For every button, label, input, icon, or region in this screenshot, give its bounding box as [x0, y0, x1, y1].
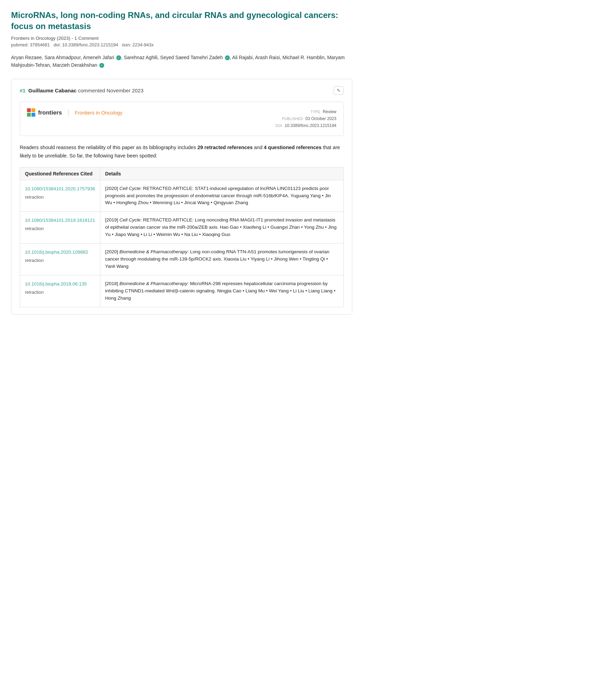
- ref-doi-cell[interactable]: 10.1080/15384101.2019.1618121 retraction: [20, 212, 100, 244]
- svg-rect-2: [27, 113, 31, 117]
- comment-header: #1 Guillaume Cabanac commented November …: [20, 86, 344, 95]
- published-label: PUBLISHED: [282, 117, 303, 121]
- comment-action: commented: [78, 88, 107, 93]
- doi-label: DOI: [276, 124, 282, 128]
- questioned-count: 4 questioned references: [264, 145, 321, 150]
- authors-block: Aryan Rezaee, Sara Ahmadpour, Ameneh Jaf…: [11, 54, 352, 69]
- ref-type: retraction: [25, 194, 95, 201]
- ref-detail-cell: [2020] Cell Cycle: RETRACTED ARTICLE: ST…: [100, 180, 343, 212]
- article-doi: 10.3389/fonc.2023.1215194: [62, 42, 118, 47]
- article-journal-meta: Frontiers in Oncology (2023) - 1 Comment: [11, 36, 352, 41]
- comment-number: #1: [20, 88, 26, 93]
- ref-detail-cell: [2018] Biomedicine & Pharmacotherapy: Mi…: [100, 275, 343, 307]
- type-value: Review: [323, 109, 336, 114]
- comment-date: November 2023: [107, 88, 144, 93]
- verified-icon-derakhshan: ✓: [99, 63, 104, 68]
- ref-doi-link[interactable]: 10.1080/15384101.2020.1757936: [25, 186, 95, 191]
- comment-header-left: #1 Guillaume Cabanac commented November …: [20, 88, 144, 93]
- svg-rect-0: [27, 108, 31, 112]
- table-header-row: Questioned References Cited Details: [20, 167, 344, 180]
- authors-text: Aryan Rezaee, Sara Ahmadpour, Ameneh Jaf…: [11, 55, 345, 68]
- journal-branding: frontiers Frontiers in Oncology: [27, 108, 123, 117]
- journal-type-row: TYPE Review: [276, 108, 336, 115]
- journal-published-row: PUBLISHED 03 October 2023: [276, 115, 336, 122]
- references-table: Questioned References Cited Details 10.1…: [20, 167, 344, 307]
- frontiers-logo-svg: [27, 108, 36, 117]
- ref-doi-link[interactable]: 10.1016/j.biopha.2020.109882: [25, 249, 88, 255]
- col2-header: Details: [100, 167, 343, 180]
- table-row: 10.1016/j.biopha.2018.06.135 retraction …: [20, 275, 344, 307]
- article-comment-count: 1 Comment: [74, 36, 99, 41]
- retracted-count: 29 retracted references: [197, 145, 253, 150]
- edit-button[interactable]: ✎: [334, 86, 344, 95]
- svg-rect-1: [31, 108, 35, 112]
- journal-meta: TYPE Review PUBLISHED 03 October 2023 DO…: [276, 108, 336, 129]
- journal-name: Frontiers in Oncology: [75, 110, 123, 116]
- frontiers-logo: frontiers: [27, 108, 62, 117]
- frontiers-wordmark: frontiers: [38, 109, 62, 116]
- ref-type: retraction: [25, 257, 95, 264]
- published-value: 03 October 2023: [306, 116, 336, 121]
- frontiers-logo-icon: [27, 108, 36, 117]
- comment-box: #1 Guillaume Cabanac commented November …: [11, 79, 352, 315]
- type-label: TYPE: [311, 110, 320, 114]
- col1-header: Questioned References Cited: [20, 167, 100, 180]
- ref-doi-cell[interactable]: 10.1016/j.biopha.2020.109882 retraction: [20, 244, 100, 275]
- ref-detail-cell: [2020] Biomedicine & Pharmacotherapy: Lo…: [100, 244, 343, 275]
- journal-doi-row: DOI 10.3389/fonc.2023.1215194: [276, 122, 336, 129]
- ref-doi-cell[interactable]: 10.1016/j.biopha.2018.06.135 retraction: [20, 275, 100, 307]
- ref-type: retraction: [25, 225, 95, 232]
- comment-text: Readers should reassess the reliability …: [20, 144, 344, 160]
- article-pubmed: 37854681: [30, 42, 50, 47]
- ref-type: retraction: [25, 289, 95, 296]
- ref-doi-link[interactable]: 10.1080/15384101.2019.1618121: [25, 218, 95, 223]
- table-row: 10.1016/j.biopha.2020.109882 retraction …: [20, 244, 344, 275]
- article-journal: Frontiers in Oncology (2023): [11, 36, 70, 41]
- journal-card: frontiers Frontiers in Oncology TYPE Rev…: [20, 102, 344, 136]
- table-row: 10.1080/15384101.2020.1757936 retraction…: [20, 180, 344, 212]
- ref-doi-link[interactable]: 10.1016/j.biopha.2018.06.135: [25, 281, 87, 286]
- svg-rect-3: [31, 113, 35, 117]
- article-title: MicroRNAs, long non-coding RNAs, and cir…: [11, 10, 352, 32]
- ref-detail-cell: [2019] Cell Cycle: RETRACTED ARTICLE: Lo…: [100, 212, 343, 244]
- article-ids: pubmed: 37854681 doi: 10.3389/fonc.2023.…: [11, 42, 352, 47]
- comment-body: Readers should reassess the reliability …: [20, 144, 344, 160]
- verified-icon-jafari: ✓: [116, 55, 121, 60]
- doi-value: 10.3389/fonc.2023.1215194: [285, 123, 336, 128]
- verified-icon-zadeh: ✓: [225, 55, 230, 60]
- journal-logo-divider: [68, 109, 69, 117]
- table-row: 10.1080/15384101.2019.1618121 retraction…: [20, 212, 344, 244]
- commenter-name: Guillaume Cabanac: [28, 88, 76, 93]
- article-issn: 2234-943x: [133, 42, 154, 47]
- ref-doi-cell[interactable]: 10.1080/15384101.2020.1757936 retraction: [20, 180, 100, 212]
